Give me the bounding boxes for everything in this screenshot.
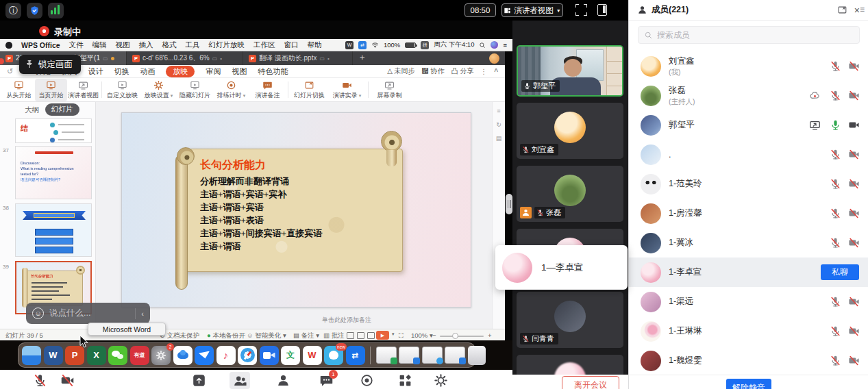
- view-normal-icon[interactable]: [347, 331, 356, 339]
- video-tile-active-speaker[interactable]: 郭玺平: [517, 45, 623, 97]
- popout-panel-icon[interactable]: [837, 5, 847, 15]
- stats-menu-icon[interactable]: [48, 3, 64, 18]
- tool-screen-record[interactable]: 屏幕录制: [371, 79, 408, 101]
- menu-tools[interactable]: 工具: [186, 40, 200, 50]
- mic-on-icon[interactable]: [830, 119, 841, 131]
- dock-music-icon[interactable]: ♪: [216, 346, 236, 365]
- zoom-level[interactable]: 100% ▾: [411, 331, 433, 339]
- tool-lecture-record[interactable]: 演讲实录 ▾: [328, 79, 366, 101]
- menu-workspace[interactable]: 工作区: [253, 40, 275, 50]
- member-row[interactable]: 张磊(主持人): [629, 81, 868, 110]
- tool-from-current[interactable]: 当页开始: [35, 79, 67, 101]
- unmute-button[interactable]: 解除静音: [726, 379, 771, 389]
- panel-edge-icon[interactable]: ≡: [860, 5, 865, 14]
- info-menu-icon[interactable]: ⓘ: [5, 3, 21, 18]
- fullscreen-button[interactable]: [575, 4, 587, 16]
- minimized-window[interactable]: [445, 347, 465, 364]
- member-row[interactable]: 1-渠远: [629, 287, 868, 316]
- tab-eye-icon[interactable]: ▭: [319, 55, 325, 62]
- dock-dingtalk-icon[interactable]: [195, 346, 214, 365]
- comment-placeholder[interactable]: 说点什么...: [49, 308, 129, 319]
- lock-screen-pill[interactable]: 锁定画面: [19, 55, 81, 74]
- mic-muted-icon[interactable]: [830, 60, 841, 72]
- shield-menu-icon[interactable]: [27, 3, 42, 18]
- view-sorter-icon[interactable]: [357, 331, 367, 339]
- minimized-window[interactable]: [376, 347, 397, 364]
- ribbon-tab-view[interactable]: 视图: [232, 66, 247, 77]
- wps-tray-icon[interactable]: W: [345, 41, 354, 49]
- tool-from-beginning[interactable]: 从头开始: [3, 79, 35, 101]
- quick-comment-bar[interactable]: ☺ 说点什么... ‹: [26, 303, 150, 324]
- participants-button[interactable]: [276, 373, 290, 388]
- input-method-icon[interactable]: 拼: [421, 41, 429, 49]
- collapse-arrow-icon[interactable]: ‹: [141, 310, 144, 318]
- sync-status[interactable]: △ 未同步: [387, 66, 414, 76]
- mic-muted-icon[interactable]: [830, 178, 841, 190]
- beautify-button[interactable]: ☺ 智能美化 ▾: [247, 331, 286, 340]
- menu-insert[interactable]: 插入: [139, 40, 153, 50]
- video-tile[interactable]: 张磊: [517, 166, 623, 222]
- manage-members-button[interactable]: [230, 372, 250, 389]
- private-chat-button[interactable]: 私聊: [821, 264, 859, 280]
- mic-muted-button[interactable]: [33, 373, 47, 388]
- dock-docs-icon[interactable]: 文: [281, 346, 300, 365]
- menu-view[interactable]: 视图: [116, 40, 130, 50]
- settings-button[interactable]: [434, 373, 448, 388]
- zoom-slider[interactable]: [440, 336, 484, 337]
- mic-muted-icon[interactable]: [830, 325, 841, 337]
- camera-muted-icon[interactable]: [848, 325, 860, 337]
- dock-trash-icon[interactable]: [468, 346, 486, 365]
- search-input[interactable]: [657, 30, 854, 40]
- member-row[interactable]: .: [629, 140, 868, 169]
- outline-tab[interactable]: 大纲: [25, 105, 39, 115]
- document-tab[interactable]: P c-d' 68'6...0.23 6、6% ▭•: [127, 51, 243, 65]
- dock-powerpoint-icon[interactable]: P: [65, 346, 84, 365]
- camera-muted-icon[interactable]: [848, 208, 860, 219]
- tab-eye-icon[interactable]: ▭: [212, 55, 218, 62]
- share-button[interactable]: 凸 分享: [451, 66, 473, 76]
- camera-muted-icon[interactable]: [848, 296, 860, 308]
- dock-tim-icon[interactable]: new: [324, 346, 343, 365]
- menu-window[interactable]: 窗口: [284, 40, 299, 50]
- account-avatar[interactable]: [489, 53, 499, 64]
- member-row[interactable]: 1-王琳琳: [629, 316, 868, 346]
- siri-icon[interactable]: [491, 41, 498, 49]
- comments-button[interactable]: ▥ 批注: [323, 331, 345, 340]
- apps-button[interactable]: [398, 373, 412, 388]
- dock-finder-icon[interactable]: [22, 346, 41, 365]
- ribbon-tab-design[interactable]: 设计: [88, 66, 103, 77]
- camera-muted-icon[interactable]: [848, 237, 860, 249]
- dock-safari-icon[interactable]: [238, 346, 257, 365]
- minimized-window[interactable]: [399, 347, 419, 364]
- new-tab-button[interactable]: +: [353, 51, 372, 65]
- menu-format[interactable]: 格式: [162, 40, 177, 50]
- document-tab[interactable]: P 翻译 漫画助长.pptx ▭•: [243, 51, 353, 65]
- notes-placeholder[interactable]: 单击此处添加备注: [322, 316, 371, 325]
- backup-status[interactable]: ● 本地备份开: [207, 331, 245, 340]
- tool-show-settings[interactable]: 放映设置 ▾: [140, 79, 177, 101]
- notes-button[interactable]: ▤ 备注 ▾: [293, 331, 319, 340]
- slide-canvas[interactable]: 长句分析能力 分析理解而非翻译背诵 主语+谓语+宾语+宾补 主语+谓语+宾语 主…: [96, 102, 492, 329]
- rail-refresh-icon[interactable]: ↻: [496, 121, 501, 128]
- rail-list-icon[interactable]: ≡: [497, 108, 500, 114]
- emoji-icon[interactable]: ☺: [32, 308, 44, 319]
- ribbon-tab-slideshow-active[interactable]: 放映: [166, 66, 195, 77]
- member-row[interactable]: 郭玺平: [629, 110, 868, 140]
- ribbon-tab-review[interactable]: 审阅: [206, 66, 221, 77]
- mic-muted-icon[interactable]: [830, 90, 841, 101]
- member-row[interactable]: 1-魏煜雯: [629, 346, 868, 375]
- slides-tab[interactable]: 幻灯片: [45, 103, 79, 116]
- menu-edit[interactable]: 编辑: [92, 40, 107, 50]
- share-screen-button[interactable]: [192, 373, 206, 388]
- zoom-slider-knob[interactable]: [452, 333, 458, 339]
- apple-menu-icon[interactable]: [5, 42, 12, 49]
- mic-muted-icon[interactable]: [830, 149, 841, 160]
- member-row[interactable]: 1-房滢馨: [629, 199, 868, 228]
- menu-slideshow[interactable]: 幻灯片放映: [209, 40, 245, 50]
- zoom-in-button[interactable]: +: [488, 331, 492, 339]
- tool-rehearse-timing[interactable]: 排练计时 ▾: [213, 79, 249, 101]
- close-panel-icon[interactable]: ×: [854, 5, 860, 15]
- tool-hide-slide[interactable]: 隐藏幻灯片: [177, 79, 213, 101]
- spotlight-icon[interactable]: [479, 42, 486, 49]
- collapse-ribbon-icon[interactable]: ^: [494, 68, 498, 75]
